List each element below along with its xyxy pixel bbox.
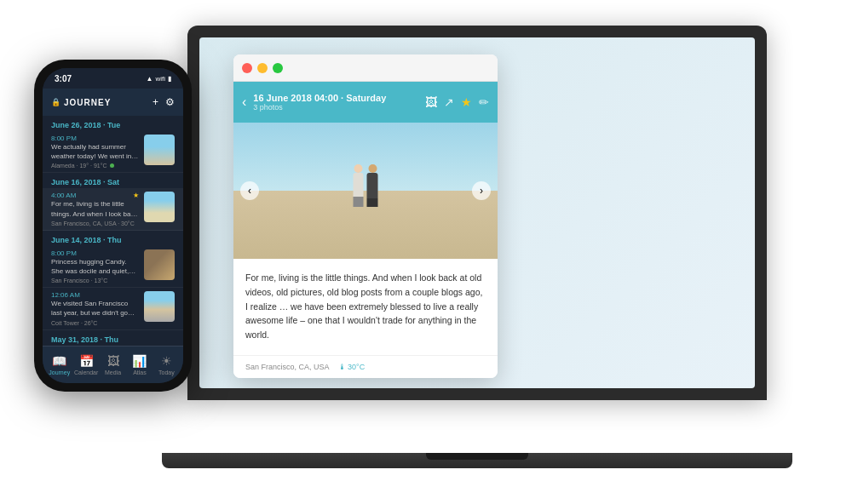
signal-icon: ▲ [147,75,153,83]
today-tab-label: Today [158,369,175,375]
list-item[interactable]: 4:00 AM ★ For me, living is the little t… [43,188,183,230]
person-legs-1 [354,197,364,207]
entry-text-4: We visited San Francisco last year, but … [51,299,139,318]
entry-time-3: 8:00 PM [51,249,139,257]
entry-time-2: 4:00 AM ★ [51,192,139,199]
back-button[interactable]: ‹ [242,94,246,110]
calendar-tab-icon: 📅 [79,354,94,368]
photo-prev-button[interactable]: ‹ [240,181,259,200]
entry-info-1: 8:00 PM We actually had summer weather t… [51,135,139,169]
entry-time-4: 12:06 AM [51,291,139,299]
media-tab-icon: 🖼 [107,354,119,368]
edit-icon[interactable]: ✏ [479,95,489,109]
atlas-tab-icon: 📊 [132,354,147,368]
weather-dot-1 [110,163,114,168]
window-toolbar: ‹ 16 June 2018 04:00 · Saturday 3 photos… [233,82,498,123]
journal-content: For me, living is the little things. And… [233,259,498,354]
close-button[interactable] [242,63,252,73]
minimize-button[interactable] [257,63,268,73]
entry-info-4: 12:06 AM We visited San Francisco last y… [51,291,139,325]
entry-time-1: 8:00 PM [51,135,139,142]
tab-media[interactable]: 🖼 Media [100,354,126,375]
atlas-tab-label: Atlas [133,369,147,375]
entry-location-1: Alameda · 19° · 91°C [51,163,107,169]
entry-location-4: Coit Tower · 26°C [51,320,97,326]
person-body-1 [354,173,364,197]
tab-journey[interactable]: 📖 Journey [46,354,72,375]
tab-calendar[interactable]: 📅 Calendar [72,354,99,375]
share-icon[interactable]: ↗ [444,95,454,109]
battery-icon: ▮ [168,75,171,83]
laptop-notch [426,453,528,460]
journal-footer: San Francisco, CA, USA 🌡 30°C [233,355,498,378]
phone-status-bar: 3:07 ▲ wifi ▮ [43,68,183,89]
date-header-2: June 16, 2018 · Sat [43,173,183,188]
person-head-2 [368,164,377,173]
entry-meta-1: Alameda · 19° · 91°C [51,163,139,169]
entry-text-3: Princess hugging Candy. She was docile a… [51,257,139,276]
tab-atlas[interactable]: 📊 Atlas [126,354,153,375]
star-badge-2: ★ [133,192,139,199]
today-tab-icon: ☀ [161,354,172,368]
laptop: ‹ 16 June 2018 04:00 · Saturday 3 photos… [187,26,767,468]
journal-body-text: For me, living is the little things. And… [245,271,486,342]
add-entry-button[interactable]: + [153,96,158,108]
list-item[interactable]: 8:00 PM We actually had summer weather t… [43,131,183,173]
entry-thumb-2 [144,192,175,222]
media-tab-label: Media [105,369,121,375]
window-titlebar [233,54,498,82]
entry-text-2: For me, living is the little things. And… [51,199,139,218]
phone-screen: 3:07 ▲ wifi ▮ 🔒 JOURNEY + ⚙ [43,68,183,383]
toolbar-actions: 🖼 ↗ ★ ✏ [425,95,489,109]
list-item[interactable]: 12:06 AM We visited San Francisco last y… [43,288,183,329]
entry-thumb-3 [144,249,175,280]
entry-location: San Francisco, CA, USA [245,363,330,371]
entry-thumb-1 [144,135,175,165]
entry-location-3: San Francisco · 13°C [51,278,107,284]
journal-list: June 26, 2018 · Tue 8:00 PM We actually … [43,116,183,346]
journal-window: ‹ 16 June 2018 04:00 · Saturday 3 photos… [233,54,498,378]
entry-text-1: We actually had summer weather today! We… [51,142,139,161]
nav-logo-area: 🔒 JOURNEY [51,98,111,107]
maximize-button[interactable] [273,63,283,73]
status-time: 3:07 [55,74,72,83]
laptop-body: ‹ 16 June 2018 04:00 · Saturday 3 photos… [187,26,767,400]
star-icon[interactable]: ★ [461,95,472,109]
photo-icon[interactable]: 🖼 [425,95,437,109]
entry-meta-4: Coit Tower · 26°C [51,320,139,326]
photo-next-button[interactable]: › [472,181,491,200]
entry-info-3: 8:00 PM Princess hugging Candy. She was … [51,249,139,284]
date-header-1: June 26, 2018 · Tue [43,116,183,131]
couple-silhouette [354,164,378,207]
scene: ‹ 16 June 2018 04:00 · Saturday 3 photos… [0,0,852,504]
photos-count: 3 photos [253,103,418,112]
entry-info-2: 4:00 AM ★ For me, living is the little t… [51,192,139,226]
settings-button[interactable]: ⚙ [165,96,175,108]
person-2 [367,164,378,207]
journey-tab-icon: 📖 [52,354,66,368]
phone-nav-bar: 🔒 JOURNEY + ⚙ [43,89,183,116]
entry-location-2: San Francisco, CA, USA · 30°C [51,220,135,226]
entry-thumb-4 [144,291,175,322]
status-icons: ▲ wifi ▮ [147,75,171,83]
entry-date: 16 June 2018 04:00 · Saturday [253,93,418,103]
phone-tab-bar: 📖 Journey 📅 Calendar 🖼 Media 📊 Atlas ☀ [43,346,183,383]
person-1 [354,164,364,207]
entry-weather: 🌡 30°C [338,363,366,371]
nav-actions: + ⚙ [153,96,175,108]
wifi-icon: wifi [155,75,165,83]
date-header-5: May 31, 2018 · Thu [43,330,183,346]
calendar-tab-label: Calendar [74,369,98,375]
entry-meta-2: San Francisco, CA, USA · 30°C [51,220,139,226]
date-header-3: June 14, 2018 · Thu [43,231,183,246]
phone: 3:07 ▲ wifi ▮ 🔒 JOURNEY + ⚙ [34,60,192,392]
app-name: JOURNEY [64,98,111,107]
list-item[interactable]: 8:00 PM Princess hugging Candy. She was … [43,246,183,288]
journey-tab-label: Journey [49,369,70,375]
lock-icon: 🔒 [51,98,60,106]
journal-photo: ‹ › [233,123,498,259]
person-body-2 [367,173,378,198]
tab-today[interactable]: ☀ Today [153,354,180,375]
entry-meta-3: San Francisco · 13°C [51,278,139,284]
person-head-1 [354,164,363,173]
